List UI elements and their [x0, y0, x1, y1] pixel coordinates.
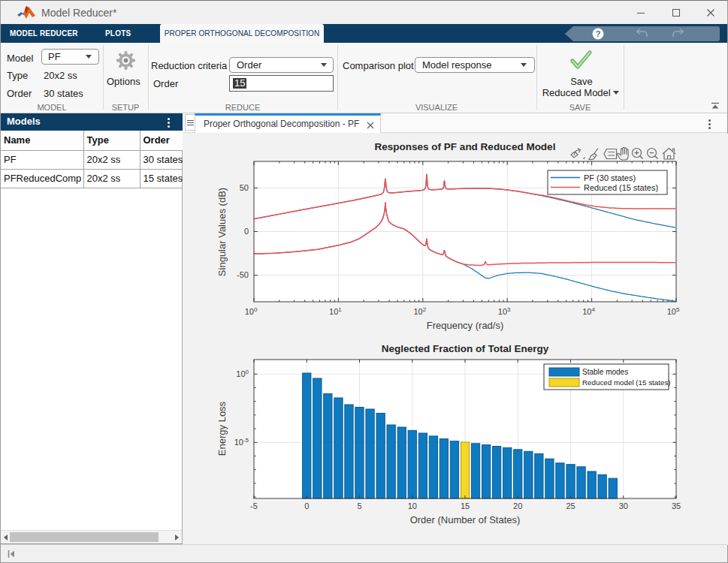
svg-text:PF (30 states): PF (30 states) — [584, 173, 636, 182]
svg-text:5: 5 — [357, 501, 361, 510]
svg-text:0: 0 — [244, 227, 249, 236]
svg-text:Energy Loss: Energy Loss — [216, 401, 228, 456]
svg-text:15: 15 — [461, 501, 470, 510]
svg-text:Frequency (rad/s): Frequency (rad/s) — [427, 320, 504, 331]
svg-text:0: 0 — [304, 501, 309, 510]
svg-text:30: 30 — [619, 501, 628, 510]
svg-text:?: ? — [596, 29, 601, 38]
svg-text:25: 25 — [566, 501, 575, 510]
svg-text:35: 35 — [672, 501, 681, 510]
svg-text:Order (Number of States): Order (Number of States) — [410, 514, 521, 525]
svg-text:Stable modes: Stable modes — [582, 368, 628, 376]
svg-text:Reduced model (15 states): Reduced model (15 states) — [582, 378, 671, 387]
svg-text:Reduced (15 states): Reduced (15 states) — [584, 183, 658, 192]
svg-text:Singular Values (dB): Singular Values (dB) — [216, 188, 228, 276]
svg-text:50: 50 — [240, 183, 249, 192]
svg-text:20: 20 — [513, 501, 522, 510]
svg-text:10: 10 — [408, 501, 417, 510]
svg-text:Responses of PF and Reduced Mo: Responses of PF and Reduced Model — [375, 141, 556, 152]
svg-text:-5: -5 — [250, 501, 258, 510]
svg-text:-50: -50 — [237, 270, 249, 279]
svg-text:Neglected Fraction of Total En: Neglected Fraction of Total Energy — [382, 343, 549, 354]
